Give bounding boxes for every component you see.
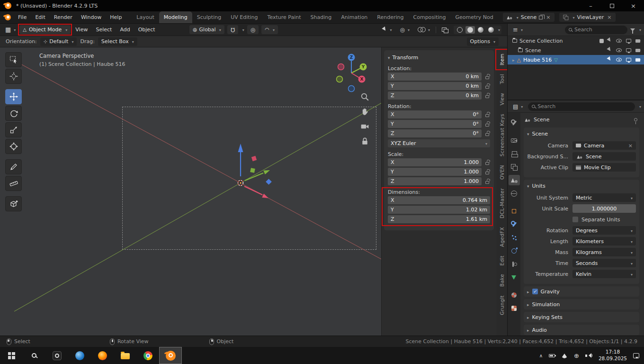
navigation-axis-gizmo[interactable]: Z Y X [334, 52, 369, 95]
minimize-button[interactable]: – [580, 0, 601, 11]
mass-unit-dropdown[interactable]: Kilograms [572, 248, 636, 256]
scale-x-field[interactable]: X1.000 [388, 158, 482, 166]
workspace-tab-animation[interactable]: Animation [336, 11, 372, 23]
shading-wireframe-button[interactable] [455, 26, 465, 34]
workspace-tab-shading[interactable]: Shading [306, 11, 337, 23]
clear-icon[interactable]: × [628, 143, 633, 149]
scale-y-field[interactable]: Y1.000 [388, 168, 482, 176]
sidebar-tab-bake[interactable]: Bake [496, 270, 507, 291]
menu-object[interactable]: Object [135, 27, 159, 33]
lock-icon[interactable] [485, 133, 489, 136]
menu-help[interactable]: Help [106, 11, 126, 23]
menu-select[interactable]: Select [92, 27, 115, 33]
tool-annotate-button[interactable] [5, 159, 22, 174]
properties-tab-view-layer[interactable] [509, 162, 520, 172]
tool-scale-button[interactable] [5, 122, 22, 137]
taskbar-chrome[interactable] [136, 347, 159, 364]
selectable-icon[interactable] [607, 56, 613, 63]
rotation-z-field[interactable]: Z0° [388, 129, 482, 137]
rotation-unit-dropdown[interactable]: Degrees [572, 226, 636, 235]
outliner-search-input[interactable] [574, 27, 624, 33]
workspace-tab-compositing[interactable]: Compositing [409, 11, 451, 23]
orientation-dropdown[interactable]: Default [40, 37, 77, 46]
properties-tab-world[interactable] [509, 188, 520, 199]
options-button[interactable]: Options [467, 37, 499, 46]
properties-editor-type-button[interactable] [510, 102, 525, 111]
menu-edit[interactable]: Edit [31, 11, 49, 23]
sidebar-tab-edit[interactable]: Edit [496, 252, 507, 270]
workspace-tab-sculpting[interactable]: Sculpting [192, 11, 226, 23]
properties-search[interactable] [528, 102, 635, 111]
blender-menu-icon[interactable] [5, 14, 11, 20]
editor-type-button[interactable] [3, 25, 18, 34]
network-icon[interactable] [561, 350, 568, 358]
overlays-dropdown[interactable] [415, 26, 432, 34]
dimension-x-field[interactable]: X0.764 km [388, 196, 490, 204]
scale-z-field[interactable]: Z1.000 [388, 177, 482, 185]
simulation-panel[interactable]: Simulation [524, 299, 639, 309]
snap-settings-dropdown[interactable] [241, 27, 244, 33]
unlink-scene-icon[interactable]: × [545, 14, 551, 20]
background-scene-field[interactable]: Scene [572, 152, 636, 161]
menu-add[interactable]: Add [116, 27, 133, 33]
location-y-field[interactable]: Y0 km [388, 82, 482, 90]
dimension-y-field[interactable]: Y1.02 km [388, 206, 490, 214]
proportional-editing-toggle[interactable] [247, 25, 259, 34]
tool-move-button[interactable] [5, 89, 22, 104]
scene-selector[interactable]: Scene × [503, 13, 555, 22]
unit-scale-field[interactable]: 1.000000 [572, 204, 636, 213]
tool-transform-button[interactable] [5, 139, 22, 154]
properties-options-dropdown[interactable] [638, 103, 641, 109]
sidebar-tab-tool[interactable]: Tool [496, 70, 507, 88]
taskbar-file-explorer[interactable] [114, 347, 136, 364]
location-z-field[interactable]: Z0 km [388, 91, 482, 100]
properties-tab-scene[interactable] [509, 175, 520, 185]
properties-tab-tool[interactable] [509, 118, 520, 128]
workspace-tab-geometry-nodes[interactable]: Geometry Nod [450, 11, 498, 23]
snap-toggle[interactable] [227, 25, 238, 34]
lock-icon[interactable] [485, 124, 489, 127]
sidebar-tab-grungit[interactable]: GrungIt [496, 291, 507, 319]
mode-dropdown[interactable]: Object Mode [19, 25, 71, 34]
taskbar-app-blue[interactable] [68, 347, 91, 364]
outliner-row-scene-collection[interactable]: Scene Collection [508, 36, 644, 46]
hide-eye-icon[interactable] [616, 39, 622, 43]
active-clip-field[interactable]: Movie Clip [572, 163, 636, 172]
rotation-x-field[interactable]: X0° [388, 110, 482, 118]
sidebar-tab-view[interactable]: View [496, 89, 507, 109]
temperature-unit-dropdown[interactable]: Kelvin [572, 270, 636, 278]
render-disable-icon[interactable] [635, 49, 640, 52]
tool-cursor-button[interactable] [5, 69, 22, 84]
lock-icon[interactable] [485, 162, 489, 165]
properties-tab-output[interactable] [509, 148, 520, 159]
menu-file[interactable]: File [14, 11, 31, 23]
exclude-checkbox[interactable] [599, 39, 604, 43]
lock-icon[interactable] [485, 181, 489, 184]
close-button[interactable]: × [623, 0, 644, 11]
time-unit-dropdown[interactable]: Seconds [572, 259, 636, 267]
show-gizmo-dropdown[interactable] [397, 26, 412, 34]
workspace-tab-modeling[interactable]: Modeling [159, 11, 192, 23]
sidebar-tab-dcl-master[interactable]: DCL-Master [496, 184, 507, 222]
taskbar-app-circle[interactable] [45, 347, 68, 364]
shading-settings-dropdown[interactable] [497, 27, 500, 33]
viewport-disable-icon[interactable] [626, 48, 631, 52]
workspace-tab-texture-paint[interactable]: Texture Paint [263, 11, 306, 23]
proportional-falloff-dropdown[interactable] [261, 25, 278, 34]
selectable-icon[interactable] [607, 47, 613, 54]
pin-icon[interactable] [634, 118, 637, 121]
tool-measure-button[interactable] [5, 176, 22, 191]
sidebar-tab-screencast-keys[interactable]: Screencast Keys [496, 110, 507, 160]
workspace-tab-rendering[interactable]: Rendering [372, 11, 408, 23]
properties-tab-constraints[interactable] [509, 259, 520, 269]
drag-dropdown[interactable]: Select Box [98, 37, 137, 46]
render-disable-icon[interactable] [635, 58, 640, 62]
outliner-search[interactable] [565, 26, 627, 34]
viewport-disable-icon[interactable] [626, 58, 631, 62]
viewport-disable-icon[interactable] [626, 39, 631, 43]
properties-tab-material[interactable] [509, 290, 520, 300]
selectable-icon[interactable] [607, 37, 613, 44]
outliner-editor-type-button[interactable] [510, 25, 525, 34]
dimension-z-field[interactable]: Z1.61 km [388, 215, 490, 223]
workspace-tab-layout[interactable]: Layout [132, 11, 159, 23]
